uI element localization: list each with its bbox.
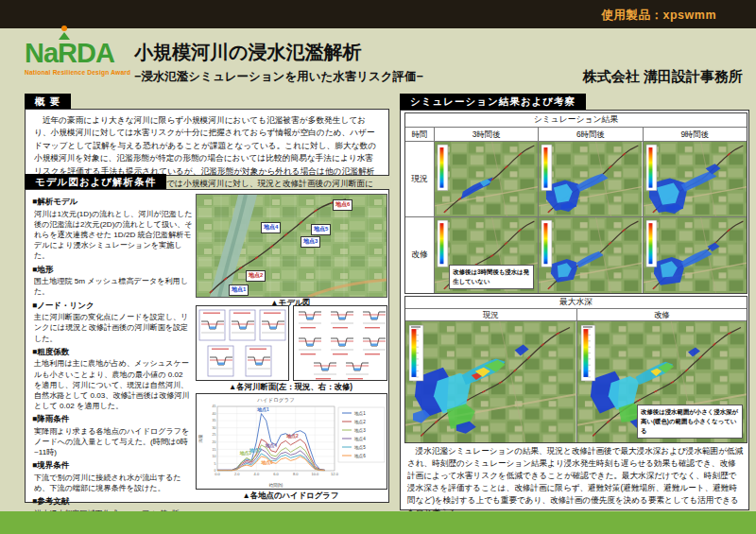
svg-text:地点4: 地点4 (353, 437, 366, 441)
svg-text:10.0: 10.0 (311, 472, 319, 476)
svg-text:地点5: 地点5 (249, 447, 262, 454)
svg-text:地点2: 地点2 (285, 433, 299, 439)
sim-map-current-3h (434, 142, 538, 217)
max-depth-table: 最大水深 現況 改修 改修後は浸水範囲が小さく浸水深が高い(暖色)の範囲も小さく… (404, 296, 747, 443)
max-depth-map-improved: 改修後は浸水範囲が小さく浸水深が高い(暖色)の範囲も小さくなっている (576, 321, 747, 442)
improvement-note: 改修後は浸水範囲が小さく浸水深が高い(暖色)の範囲も小さくなっている (637, 405, 743, 439)
hydrograph-chart: ハイドログラフ0510152025303540450.02.04.06.08.0… (196, 393, 387, 490)
svg-text:地点6: 地点6 (261, 459, 274, 466)
sim-map-current-6h (538, 142, 642, 217)
column-header: 時間 (405, 128, 434, 142)
condition-title: ■降雨条件 (32, 414, 193, 425)
svg-text:5: 5 (215, 462, 216, 466)
svg-text:地点5: 地点5 (353, 445, 366, 450)
sim-map-improved-9h (643, 217, 747, 293)
column-header: 改修 (576, 309, 747, 321)
map-point-label: 地点6 (333, 199, 352, 211)
logo-tagline: National Resilience Design Award (25, 69, 134, 76)
column-header: 3時間後 (434, 128, 538, 142)
row-header: 改修 (405, 217, 434, 293)
max-depth-map-current (405, 321, 576, 442)
column-header: 6時間後 (538, 128, 642, 142)
condition-title: ■境界条件 (32, 460, 193, 472)
map-point-label: 地点4 (261, 222, 281, 233)
condition-title: ■粗度係数 (32, 347, 193, 358)
svg-text:40: 40 (213, 412, 216, 416)
svg-text:0.0: 0.0 (215, 472, 220, 476)
product-label: 使用製品：xpswmm (602, 8, 717, 24)
cross-sections-current (196, 305, 289, 381)
condition-body: 下流で別の河川に接続され水が流出するため、下流の端部に境界条件を設けた。 (34, 473, 193, 493)
narda-logo: NaRDA National Resilience Design Award (25, 40, 134, 76)
svg-text:2.0: 2.0 (234, 472, 240, 476)
svg-text:12.0: 12.0 (331, 472, 339, 476)
page-subtitle: −浸水氾濫シミュレーションを用いた水害リスク評価− (134, 69, 423, 85)
overview-body: 近年の豪雨により大きな河川に限らず小規模河川においても氾濫被害が多数発生しており… (25, 109, 389, 176)
map-point-label: 地点3 (301, 236, 320, 248)
svg-text:8.0: 8.0 (293, 472, 299, 476)
table-title: 最大水深 (405, 297, 747, 309)
condition-title: ■参考文献 (32, 496, 193, 508)
sim-map-improved-6h (538, 217, 642, 293)
simulation-results-table: シミュレーション結果 時間 3時間後 6時間後 9時間後 現況 改修 改修後は3… (404, 112, 747, 294)
svg-text:6.0: 6.0 (273, 472, 279, 476)
svg-text:地点3: 地点3 (353, 428, 366, 433)
condition-body: 主に河川断面の変化点にノードを設定し、リンクには現況と改修計画後の河川断面を設定… (34, 312, 193, 343)
model-conditions: ■解析モデル 河川は1次元(1D)の流れとし、河川が氾濫した後の氾濫流は2次元(… (32, 194, 193, 534)
svg-text:35: 35 (213, 419, 216, 422)
svg-text:流量: 流量 (198, 434, 203, 444)
sim-map-improved-3h: 改修後は3時間後も浸水は発生していない (434, 217, 538, 293)
no-flood-note: 改修後は3時間後も浸水は発生していない (449, 265, 534, 289)
page-title: 小規模河川の浸水氾濫解析 (134, 40, 423, 65)
condition-title: ■解析モデル (32, 197, 193, 208)
model-section: ■解析モデル 河川は1次元(1D)の流れとし、河川が氾濫した後の氾濫流は2次元(… (25, 189, 389, 503)
condition-body: 土地利用は主に農地が占め、メッシュスケールも小さいことより、農地の最小値の 0.… (34, 358, 193, 411)
company-name: 株式会社 溝田設計事務所 (583, 68, 743, 86)
condition-body: 実降雨より求まる各地点のハイドログラフをノードへの流入量として与えた。(時間は0… (34, 426, 193, 457)
condition-body: 国土地理院 5m メッシュ標高データを利用した。 (34, 276, 193, 297)
svg-text:45: 45 (213, 405, 216, 408)
cross-sections-caption: ▲各河川断面(左：現況、右：改修) (196, 382, 386, 392)
table-title: シミュレーション結果 (405, 113, 747, 128)
map-point-label: 地点2 (246, 270, 266, 282)
map-point-label: 地点5 (311, 224, 331, 235)
svg-text:15: 15 (213, 448, 216, 452)
svg-text:時間(h): 時間(h) (269, 483, 284, 489)
row-header: 現況 (405, 142, 434, 217)
svg-text:地点1: 地点1 (353, 411, 366, 416)
svg-text:20: 20 (213, 440, 216, 444)
model-map: 地点1 地点2 地点3 地点4 地点5 地点6 (196, 194, 387, 298)
svg-text:地点4: 地点4 (265, 442, 278, 449)
results-section: シミュレーション結果 時間 3時間後 6時間後 9時間後 現況 改修 改修後は3… (400, 110, 749, 510)
column-header: 9時間後 (643, 128, 747, 142)
svg-text:4.0: 4.0 (254, 472, 260, 476)
svg-text:30: 30 (213, 426, 216, 430)
logo-text: NaRDA (25, 38, 114, 68)
results-heading: シミュレーション結果および考察 (400, 94, 586, 111)
condition-body: 河川は1次元(1D)の流れとし、河川が氾濫した後の氾濫流は2次元(2D)の流れと… (34, 209, 193, 262)
svg-text:地点2: 地点2 (353, 420, 366, 424)
svg-text:10: 10 (213, 455, 216, 458)
svg-text:地点1: 地点1 (256, 406, 269, 413)
svg-text:地点6: 地点6 (353, 454, 366, 458)
map-point-label: 地点1 (229, 284, 249, 296)
column-header: 現況 (405, 309, 576, 321)
hydrograph-caption: ▲各地点のハイドログラフ (196, 491, 386, 501)
svg-text:ハイドログラフ: ハイドログラフ (256, 397, 294, 403)
discussion-text: 浸水氾濫シミュレーションの結果、現況と改修計画後で最大浸水深および浸水範囲が低減… (407, 445, 744, 519)
cross-sections-improved (293, 305, 387, 381)
svg-text:25: 25 (213, 433, 216, 437)
sim-map-current-9h (643, 142, 747, 217)
title-block: 小規模河川の浸水氾濫解析 −浸水氾濫シミュレーションを用いた水害リスク評価− (134, 40, 423, 85)
top-bar: 使用製品：xpswmm (0, 0, 756, 28)
logo-roof-icon (59, 32, 70, 40)
condition-title: ■地形 (32, 265, 193, 276)
condition-title: ■ノード・リンク (32, 301, 193, 312)
bottom-bar (0, 511, 756, 534)
